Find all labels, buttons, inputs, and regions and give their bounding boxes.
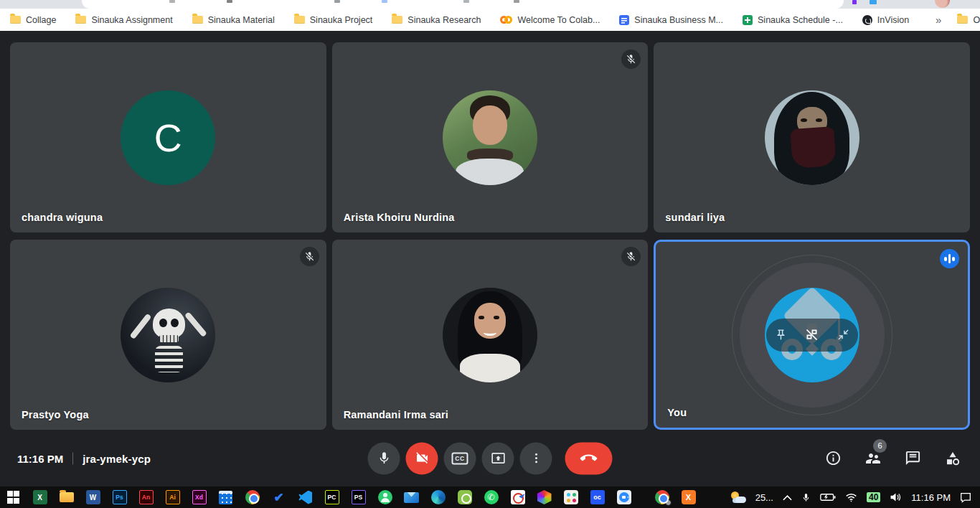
participants-button[interactable]: 6 xyxy=(864,450,882,467)
bookmark-sinauka-project[interactable]: Sinauka Project xyxy=(294,15,373,25)
taskbar-green-profile-app[interactable] xyxy=(372,486,398,508)
tray-battery[interactable] xyxy=(820,493,836,502)
taskbar-photoshop[interactable]: Ps xyxy=(106,486,133,508)
taskbar-chrome-running[interactable] xyxy=(649,486,675,508)
taskbar-camera-app[interactable] xyxy=(451,486,478,508)
taskbar-animate[interactable]: An xyxy=(133,486,159,508)
tile-you[interactable]: You xyxy=(654,240,970,430)
illustrator-icon: Ai xyxy=(166,490,180,504)
action-center-button[interactable] xyxy=(960,492,971,503)
taskbar-vscode[interactable] xyxy=(292,486,319,508)
taskbar-blue-check-app[interactable]: ✔ xyxy=(265,486,292,508)
bookmark-sinauka-schedule[interactable]: Sinauka Schedule -... xyxy=(743,15,843,25)
bookmark-label: Sinauka Schedule -... xyxy=(758,15,843,25)
red-swirl-app-icon xyxy=(511,490,525,504)
taskbar-edge[interactable] xyxy=(425,486,451,508)
chrome-icon xyxy=(245,490,260,504)
taskbar-pycharm[interactable]: PC xyxy=(319,486,345,508)
taskbar-phpstorm[interactable]: PS xyxy=(345,486,372,508)
taskbar-adobe-xd[interactable]: Xd xyxy=(186,486,212,508)
participant-name: Ramandani Irma sari xyxy=(344,409,448,420)
taskbar-word[interactable]: W xyxy=(80,486,106,508)
participants-count-badge: 6 xyxy=(873,439,887,453)
calendar-icon xyxy=(219,491,232,504)
taskbar-slack[interactable] xyxy=(557,486,584,508)
pin-tile-icon[interactable] xyxy=(775,329,787,341)
folder-icon xyxy=(957,16,968,24)
taskbar-file-explorer[interactable] xyxy=(53,486,80,508)
weather-icon xyxy=(730,491,746,503)
bookmarks-overflow-chevron[interactable]: » xyxy=(928,14,948,26)
other-bookmarks[interactable]: Other bookmarks xyxy=(957,15,980,25)
taskbar-excel[interactable]: X xyxy=(27,486,53,508)
bookmark-colab[interactable]: Welcome To Colab... xyxy=(500,15,600,25)
camera-off-button[interactable] xyxy=(406,442,438,474)
bookmark-sinauka-research[interactable]: Sinauka Research xyxy=(392,15,481,25)
word-icon: W xyxy=(86,490,100,504)
slack-icon xyxy=(564,490,578,504)
present-screen-button[interactable] xyxy=(482,442,514,474)
chat-button[interactable] xyxy=(905,450,921,466)
tray-volume[interactable] xyxy=(890,492,902,502)
taskbar-oc-app[interactable]: oc xyxy=(584,486,611,508)
xampp-icon: X xyxy=(682,490,696,504)
bookmark-label: InVision xyxy=(877,15,909,25)
bookmark-sinauka-material[interactable]: Sinauka Material xyxy=(192,15,275,25)
address-bar-partial[interactable] xyxy=(82,0,844,9)
extension-icon-partial[interactable] xyxy=(852,0,857,4)
tray-clock[interactable]: 11:16 PM xyxy=(911,492,951,503)
tile-prastyo-yoga[interactable]: Prastyo Yoga xyxy=(10,240,326,430)
taskbar-illustrator[interactable]: Ai xyxy=(159,486,186,508)
photo-avatar xyxy=(443,90,537,185)
google-meet-main: C chandra wiguna Arista Khoiru Nurdina xyxy=(0,32,980,486)
tile-chandra-wiguna[interactable]: C chandra wiguna xyxy=(10,42,326,232)
more-options-button[interactable] xyxy=(520,442,552,474)
extension-icon-partial[interactable] xyxy=(870,0,877,4)
weather-widget[interactable] xyxy=(730,491,746,503)
bookmark-collage[interactable]: Collage xyxy=(10,15,56,25)
start-button[interactable] xyxy=(0,486,27,508)
bookmark-sinauka-assignment[interactable]: Sinauka Assignment xyxy=(75,15,172,25)
microphone-tray-icon xyxy=(801,492,811,503)
toolbar-fragment xyxy=(169,0,175,3)
tray-microphone[interactable] xyxy=(801,492,811,503)
taskbar-xampp[interactable]: X xyxy=(675,486,702,508)
taskbar-hexagon-app[interactable] xyxy=(531,486,557,508)
mic-off-icon xyxy=(621,247,641,266)
meeting-clock: 11:16 PM xyxy=(17,452,63,464)
call-controls: CC xyxy=(368,442,613,474)
battery-charging-icon xyxy=(820,493,836,502)
bookmark-sinauka-business[interactable]: Sinauka Business M... xyxy=(619,15,723,25)
weather-temperature[interactable]: 25... xyxy=(755,492,773,503)
taskbar-mail[interactable] xyxy=(398,486,425,508)
activities-button[interactable] xyxy=(944,450,961,467)
remove-from-layout-icon[interactable] xyxy=(804,327,819,342)
taskbar-whatsapp[interactable]: ✆ xyxy=(478,486,504,508)
taskbar-chrome[interactable] xyxy=(239,486,265,508)
taskbar-calendar[interactable] xyxy=(212,486,239,508)
bookmark-invision[interactable]: InVision xyxy=(862,15,909,25)
minimize-tile-icon[interactable] xyxy=(837,329,849,341)
participant-name: Prastyo Yoga xyxy=(22,409,89,420)
tray-overflow-chevron[interactable] xyxy=(783,494,792,501)
taskbar-video-call-app[interactable] xyxy=(611,486,637,508)
tile-ramandani-irma-sari[interactable]: Ramandani Irma sari xyxy=(332,240,649,430)
taskbar-red-swirl-app[interactable] xyxy=(504,486,531,508)
tile-arista-khoiru-nurdina[interactable]: Arista Khoiru Nurdina xyxy=(332,42,649,232)
tray-wifi[interactable] xyxy=(845,493,857,502)
browser-toolbar-sliver xyxy=(0,0,980,9)
folder-icon xyxy=(392,16,402,24)
invision-icon xyxy=(862,15,872,25)
avatar-initial: C xyxy=(154,116,182,160)
meeting-details-button[interactable] xyxy=(825,450,842,466)
captions-button[interactable]: CC xyxy=(444,442,476,474)
bookmark-label: Sinauka Material xyxy=(208,15,275,25)
cc-icon: CC xyxy=(452,452,468,464)
tray-battery-percent-app[interactable]: 40 xyxy=(867,492,880,502)
browser-profile-avatar[interactable] xyxy=(935,0,950,8)
microphone-button[interactable] xyxy=(368,442,400,474)
meet-bottom-bar: 11:16 PM jra-ymek-ycp CC xyxy=(0,430,980,486)
leave-call-button[interactable] xyxy=(565,442,613,474)
tile-sundari-liya[interactable]: sundari liya xyxy=(654,42,970,232)
chevron-up-icon xyxy=(783,494,792,501)
